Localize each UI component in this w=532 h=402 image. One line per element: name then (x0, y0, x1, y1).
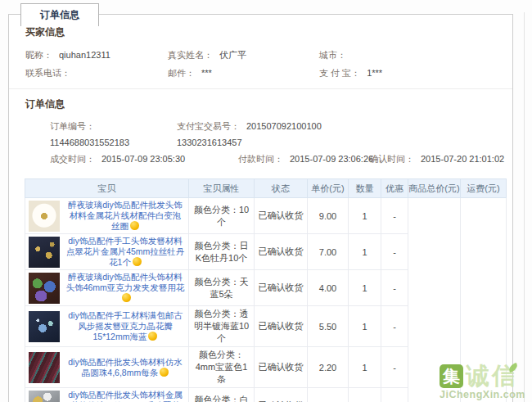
product-link[interactable]: diy饰品配件手工头饰发簪材料点翠花片金属片45mm拉丝牡丹花1个 (65, 236, 185, 268)
buyer-info-row-2: 联系电话： 邮件：*** 支 付 宝：1*** (25, 64, 512, 82)
item-cell: diy饰品配件手工材料满包邮古风步摇发簪亚克力晶花瓣15*12mm海蓝 (25, 306, 189, 347)
price-cell: 9.00 (308, 198, 349, 234)
deal-time-field: 成交时间：2015-07-09 23:05:30 (50, 151, 238, 167)
site-watermark: 集 诚 信 JiChengXin.com (440, 364, 530, 400)
qty-cell: 1 (349, 270, 381, 306)
attr-cell: 颜色分类：4mm宝蓝色1条 (189, 347, 255, 388)
col-header-total-price: 商品总价(元) (408, 179, 461, 198)
product-image[interactable] (29, 237, 60, 268)
buyer-info-title: 买家信息 (25, 25, 512, 39)
order-no-value: 1144688031552183 (50, 138, 129, 147)
confirm-time-label: 确认时间： (369, 154, 414, 164)
qty-cell: 1 (349, 306, 381, 347)
watermark-logo-box: 集 (440, 364, 463, 388)
product-image[interactable] (29, 311, 60, 342)
col-header-shipping: 运费(元) (461, 179, 507, 198)
section-divider (9, 88, 512, 89)
alipay-field: 支 付 宝：1*** (319, 64, 512, 82)
nickname-field: 昵称：qiuhan12311 (25, 46, 168, 64)
attr-cell: 颜色分类：天蓝5朵 (189, 270, 255, 306)
pay-time-field: 付款时间：2015-07-09 23:06:26 (238, 151, 369, 167)
price-cell: 7.00 (308, 234, 349, 270)
discount-cell: - (381, 347, 408, 388)
price-cell: 4.00 (308, 270, 349, 306)
product-image[interactable] (29, 201, 60, 232)
status-cell: 已确认收货 (255, 347, 308, 388)
order-info-row-1: 订单编号：1144688031552183 支付宝交易号：20150709210… (50, 118, 512, 151)
discount-cell: - (381, 270, 408, 306)
col-header-quantity: 数量 (349, 179, 381, 198)
praise-icon (133, 257, 142, 266)
realname-field: 真实姓名：伏广平 (168, 46, 319, 64)
product-image[interactable] (29, 391, 60, 402)
phone-label: 联系电话： (25, 68, 70, 78)
praise-icon (148, 332, 157, 341)
praise-icon (130, 221, 139, 230)
nickname-label: 昵称： (25, 50, 52, 60)
discount-cell: - (381, 234, 408, 270)
alipay-label: 支 付 宝： (319, 68, 360, 78)
watermark-char-cheng: 诚 (466, 364, 489, 388)
order-no-field: 订单编号：1144688031552183 (50, 118, 177, 151)
col-header-status: 状态 (255, 179, 308, 198)
email-field: 邮件：*** (168, 64, 319, 82)
tab-order-info[interactable]: 订单信息 (20, 3, 99, 26)
item-cell: diy饰品配件手工头饰发簪材料点翠花片金属片45mm拉丝牡丹花1个 (25, 234, 189, 270)
attr-cell: 颜色分类：透明半镀海蓝10个 (189, 306, 255, 347)
status-cell: 已确认收货 (255, 198, 308, 234)
deal-time-value: 2015-07-09 23:05:30 (101, 154, 185, 164)
tab-order-info-label: 订单信息 (40, 9, 79, 20)
product-title: diy饰品配件手工头饰发簪材料点翠花片金属片45mm拉丝牡丹花1个 (66, 236, 185, 267)
qty-cell: 1 (349, 347, 381, 388)
order-no-label: 订单编号： (50, 121, 95, 131)
qty-cell: 1 (349, 234, 381, 270)
order-info-title: 订单信息 (25, 97, 512, 111)
page-right-divider (524, 12, 525, 402)
col-header-attributes: 宝贝属性 (189, 179, 255, 198)
product-link[interactable]: diy饰品配件批发头饰材料金属花片线编配件23mm千叶罩花 (65, 390, 185, 402)
table-row: 醉夜玻璃diy饰品配件批发头饰材料金属花片线材配件白变泡丝圈 颜色分类：10个 … (25, 198, 507, 234)
product-title: diy饰品配件批发头饰材料金属花片线编配件23mm千叶罩花 (68, 390, 182, 402)
email-value: *** (201, 68, 212, 78)
alipay-value: 1*** (367, 68, 382, 78)
status-cell: 已确认收货 (255, 270, 308, 306)
confirm-time-value: 2015-07-20 21:01:02 (421, 154, 504, 164)
status-cell: 已确认收货 (255, 306, 308, 347)
product-title: 醉夜玻璃diy饰品配件批发头饰材料金属花片线材配件白变泡丝圈 (68, 200, 182, 231)
email-label: 邮件： (168, 68, 195, 78)
item-cell: diy饰品配件批发头饰材料仿水晶圆珠4,6,8mm每条 (25, 347, 189, 388)
product-link[interactable]: diy饰品配件手工材料满包邮古风步摇发簪亚克力晶花瓣15*12mm海蓝 (65, 310, 185, 342)
confirm-time-field: 确认时间：2015-07-20 21:01:02 (369, 151, 512, 167)
product-link[interactable]: 醉夜玻璃diy饰品配件批发头饰材料金属花片线材配件白变泡丝圈 (65, 200, 185, 232)
realname-label: 真实姓名： (168, 50, 213, 60)
col-header-item: 宝贝 (25, 179, 189, 198)
product-image[interactable] (29, 273, 60, 304)
status-cell: 已确认收货 (255, 234, 308, 270)
order-items-table: 宝贝 宝贝属性 状态 单价(元) 数量 优惠 商品总价(元) 运费(元) 醉夜玻… (25, 178, 507, 402)
nickname-value: qiuhan12311 (59, 50, 110, 60)
order-detail-panel: 买家信息 昵称：qiuhan12311 真实姓名：伏广平 城市： 联系电话： 邮… (8, 14, 513, 402)
realname-value: 伏广平 (219, 50, 246, 60)
phone-field: 联系电话： (25, 64, 168, 82)
price-cell: 2.20 (308, 347, 349, 388)
product-link[interactable]: diy饰品配件批发头饰材料仿水晶圆珠4,6,8mm每条 (65, 357, 185, 378)
product-link[interactable]: 醉夜玻璃diy饰品配件头饰材料头饰46mm亚克力发夹发簪用花 (65, 272, 185, 304)
buyer-info-row-1: 昵称：qiuhan12311 真实姓名：伏广平 城市： (25, 46, 512, 64)
pay-time-value: 2015-07-09 23:06:26 (290, 154, 373, 164)
status-cell: 已确认收货 (255, 388, 308, 402)
deal-time-label: 成交时间： (50, 154, 95, 164)
watermark-domain: JiChengXin.com (440, 389, 530, 400)
item-cell: diy饰品配件批发头饰材料金属花片线编配件23mm千叶罩花 (25, 388, 189, 402)
attr-cell: 颜色分类：白K色1个 (189, 388, 255, 402)
product-image[interactable] (29, 352, 60, 383)
city-field: 城市： (319, 46, 512, 64)
praise-icon (122, 293, 131, 302)
praise-icon (160, 368, 169, 377)
product-title: diy饰品配件手工材料满包邮古风步摇发簪亚克力晶花瓣15*12mm海蓝 (68, 310, 182, 341)
qty-cell: 1 (349, 198, 381, 234)
price-cell: 5.50 (308, 306, 349, 347)
col-header-unit-price: 单价(元) (308, 179, 349, 198)
watermark-char-xin: 信 (492, 364, 516, 388)
alipay-trade-no-field: 支付宝交易号：2015070921001001330231613457 (177, 118, 324, 151)
price-cell: 1.40 (308, 388, 349, 402)
